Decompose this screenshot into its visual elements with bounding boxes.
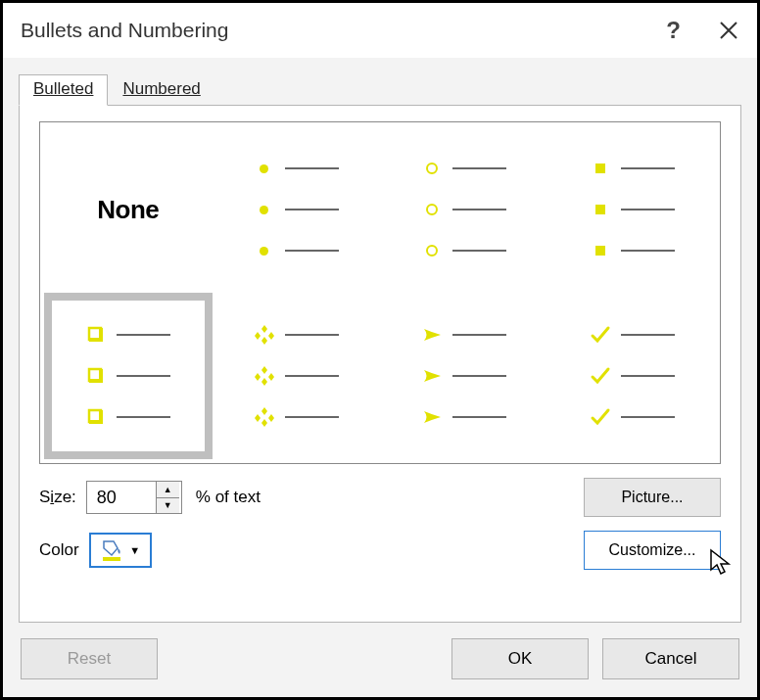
hollow-square-bullet-icon: [85, 324, 107, 346]
dropdown-chevron-icon: ▼: [129, 544, 140, 556]
size-row: Size: ▲ ▼ % of text Picture...: [39, 478, 721, 517]
title-bar: Bullets and Numbering ?: [3, 3, 757, 58]
svg-rect-3: [103, 557, 120, 561]
bullets-numbering-dialog: Bullets and Numbering ? Bulleted Numbere…: [0, 0, 760, 700]
bullet-option-hollow-square[interactable]: [44, 293, 213, 459]
tab-strip: Bulleted Numbered: [3, 58, 757, 105]
size-spinner[interactable]: ▲ ▼: [86, 481, 182, 514]
help-button[interactable]: ?: [666, 17, 681, 44]
bullet-option-checkmark[interactable]: [548, 293, 717, 459]
bullet-option-none[interactable]: None: [44, 126, 213, 293]
customize-button[interactable]: Customize...: [584, 531, 721, 570]
size-label: Size:: [39, 488, 76, 507]
bullet-option-disc[interactable]: [213, 126, 381, 293]
circle-bullet-icon: [421, 158, 443, 179]
tab-panel: None: [19, 105, 741, 623]
checkmark-bullet-icon: [590, 324, 611, 346]
ok-button[interactable]: OK: [451, 638, 589, 679]
bucket-icon: [100, 538, 125, 562]
close-button[interactable]: [718, 20, 739, 41]
tab-bulleted[interactable]: Bulleted: [19, 74, 108, 106]
diamond-cluster-bullet-icon: [254, 324, 275, 346]
picture-button[interactable]: Picture...: [584, 478, 721, 517]
color-row: Color ▼ Customize...: [39, 531, 721, 570]
cancel-button[interactable]: Cancel: [602, 638, 739, 679]
spin-up-button[interactable]: ▲: [157, 482, 179, 498]
bullet-option-diamond-cluster[interactable]: [213, 293, 381, 459]
bullet-option-circle[interactable]: [380, 126, 548, 293]
bullet-style-grid: None: [39, 121, 721, 464]
dialog-title: Bullets and Numbering: [21, 19, 666, 42]
none-label: None: [97, 195, 159, 225]
size-input[interactable]: [87, 482, 156, 513]
close-icon: [718, 20, 739, 41]
bullet-option-arrow[interactable]: [380, 293, 548, 459]
dialog-button-bar: Reset OK Cancel: [3, 623, 757, 697]
size-suffix: % of text: [196, 488, 261, 507]
spin-down-button[interactable]: ▼: [157, 498, 179, 514]
tab-numbered[interactable]: Numbered: [108, 74, 214, 106]
square-bullet-icon: [590, 158, 611, 179]
reset-button[interactable]: Reset: [21, 638, 158, 679]
arrow-bullet-icon: [421, 324, 443, 346]
color-label: Color: [39, 540, 79, 560]
dialog-content: Bulleted Numbered None: [3, 58, 757, 697]
color-picker-button[interactable]: ▼: [89, 533, 152, 568]
bullet-option-square[interactable]: [548, 126, 717, 293]
disc-bullet-icon: [254, 158, 275, 179]
